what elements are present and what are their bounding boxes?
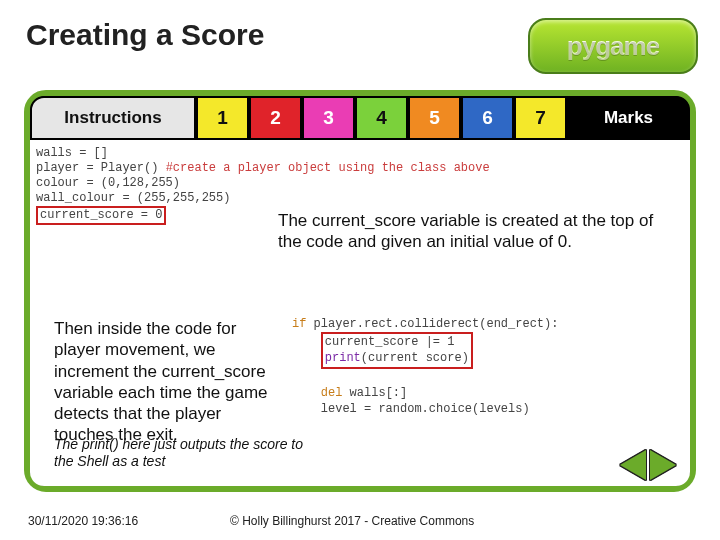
- code-fn: print: [325, 351, 361, 365]
- code-block-right: if player.rect.colliderect(end_rect): cu…: [292, 316, 558, 417]
- tab-6[interactable]: 6: [461, 96, 514, 140]
- tab-3[interactable]: 3: [302, 96, 355, 140]
- code-line: wall_colour = (255,255,255): [36, 191, 230, 205]
- main-panel: Instructions 1 2 3 4 5 6 7 Marks walls =…: [24, 90, 696, 492]
- tab-instructions[interactable]: Instructions: [30, 96, 196, 140]
- code-comment: #create a player object using the class …: [166, 161, 490, 175]
- tab-2[interactable]: 2: [249, 96, 302, 140]
- tab-5[interactable]: 5: [408, 96, 461, 140]
- code-line: colour = (0,128,255): [36, 176, 180, 190]
- nav-arrows: [620, 450, 676, 480]
- code-line: current_score |= 1: [325, 335, 455, 349]
- tab-1[interactable]: 1: [196, 96, 249, 140]
- code-line: walls[:]: [342, 386, 407, 400]
- highlighted-code: current_score |= 1 print(current score): [321, 332, 473, 368]
- footer-copyright: © Holly Billinghurst 2017 - Creative Com…: [230, 514, 474, 528]
- code-line: player = Player(): [36, 161, 166, 175]
- logo-text: pygame: [567, 31, 659, 62]
- explanation-top: The current_score variable is created at…: [278, 210, 658, 253]
- prev-arrow-icon[interactable]: [620, 450, 646, 480]
- tab-4[interactable]: 4: [355, 96, 408, 140]
- explanation-left: Then inside the code for player movement…: [54, 318, 282, 446]
- next-arrow-icon[interactable]: [650, 450, 676, 480]
- code-line: (current score): [361, 351, 469, 365]
- explanation-note: The print() here just outputs the score …: [54, 436, 314, 470]
- code-line: player.rect.colliderect(end_rect):: [306, 317, 558, 331]
- pygame-logo: pygame: [528, 18, 698, 74]
- tab-marks[interactable]: Marks: [567, 96, 690, 140]
- code-line: walls = []: [36, 146, 108, 160]
- tab-7[interactable]: 7: [514, 96, 567, 140]
- footer-date: 30/11/2020 19:36:16: [28, 514, 138, 528]
- code-keyword: del: [321, 386, 343, 400]
- code-keyword: if: [292, 317, 306, 331]
- code-line: level = random.choice(levels): [292, 402, 530, 416]
- slide-content: walls = [] player = Player() #create a p…: [30, 140, 690, 486]
- tab-bar: Instructions 1 2 3 4 5 6 7 Marks: [30, 96, 690, 140]
- highlighted-code: current_score = 0: [36, 206, 166, 225]
- page-title: Creating a Score: [26, 18, 264, 52]
